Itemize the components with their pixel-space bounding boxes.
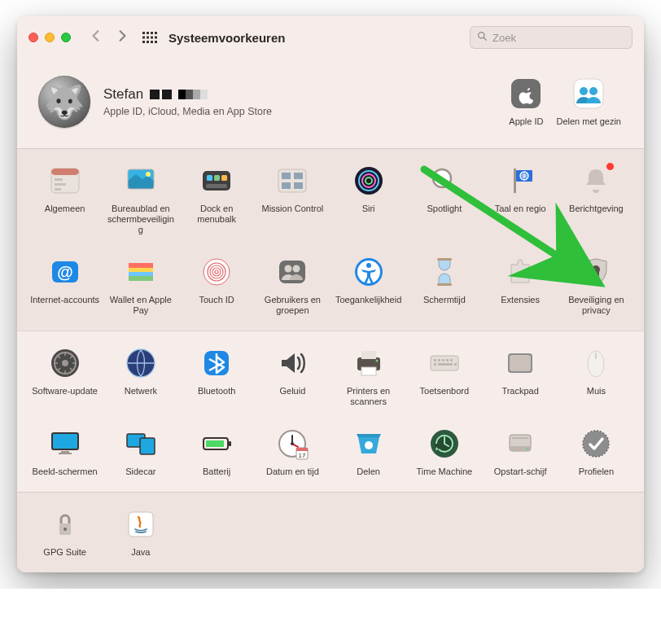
pref-trackpad[interactable]: Trackpad bbox=[483, 343, 558, 410]
back-button[interactable] bbox=[90, 30, 102, 45]
pref-profiles[interactable]: Profielen bbox=[558, 423, 634, 480]
svg-rect-4 bbox=[142, 37, 145, 39]
battery-icon bbox=[199, 427, 234, 461]
pref-label: Toegankelijkheid bbox=[335, 295, 401, 305]
pref-siri[interactable]: Siri bbox=[330, 160, 406, 239]
pref-startup[interactable]: Opstart-schijf bbox=[483, 423, 558, 480]
show-all-button[interactable] bbox=[142, 32, 157, 43]
pref-label: Muis bbox=[587, 386, 606, 396]
pref-gpg[interactable]: GPG Suite bbox=[27, 504, 103, 561]
spotlight-icon bbox=[427, 164, 462, 198]
svg-rect-81 bbox=[446, 359, 449, 361]
pref-bluetooth[interactable]: Bluetooth bbox=[179, 343, 255, 410]
pref-a11y[interactable]: Toegankelijkheid bbox=[330, 252, 406, 319]
pref-internet[interactable]: @Internet-accounts bbox=[27, 252, 103, 319]
svg-line-13 bbox=[484, 37, 486, 40]
pref-appleid[interactable]: Apple ID bbox=[507, 73, 545, 130]
svg-rect-80 bbox=[442, 359, 444, 361]
forward-button[interactable] bbox=[116, 30, 128, 45]
minimize-button[interactable] bbox=[45, 33, 55, 42]
svg-rect-10 bbox=[151, 41, 153, 43]
displays-icon bbox=[48, 427, 82, 461]
apple-id-header: 🐺 Stefan Apple ID, iCloud, Media en App … bbox=[17, 59, 644, 148]
svg-point-116 bbox=[63, 528, 67, 531]
pref-family[interactable]: Delen met gezin bbox=[555, 73, 624, 130]
pref-screentime[interactable]: Schermtijd bbox=[406, 252, 482, 319]
svg-rect-27 bbox=[207, 175, 212, 181]
keyboard-icon bbox=[427, 346, 462, 380]
svg-rect-30 bbox=[206, 184, 227, 188]
security-icon bbox=[579, 255, 613, 289]
pref-keyboard[interactable]: Toetsenbord bbox=[406, 343, 482, 410]
svg-rect-5 bbox=[147, 37, 149, 39]
pref-general[interactable]: Algemeen bbox=[27, 160, 103, 239]
svg-rect-104 bbox=[296, 448, 308, 451]
pref-timemachine[interactable]: Time Machine bbox=[406, 423, 482, 480]
pref-label: Siri bbox=[362, 204, 375, 214]
pref-update[interactable]: Software-update bbox=[27, 343, 103, 410]
pref-notifications[interactable]: Berichtgeving bbox=[558, 160, 634, 239]
pref-extensions[interactable]: Extensies bbox=[483, 252, 558, 319]
search-input[interactable] bbox=[492, 32, 625, 44]
appleid-icon bbox=[509, 77, 543, 111]
search-field[interactable] bbox=[470, 26, 633, 49]
svg-rect-64 bbox=[437, 283, 452, 286]
pref-mouse[interactable]: Muis bbox=[558, 343, 634, 410]
pref-network[interactable]: Netwerk bbox=[103, 343, 178, 410]
svg-rect-0 bbox=[142, 32, 145, 34]
pref-spotlight[interactable]: Spotlight bbox=[406, 160, 482, 239]
svg-rect-21 bbox=[55, 183, 66, 186]
pref-printers[interactable]: Printers en scanners bbox=[330, 343, 406, 410]
svg-rect-3 bbox=[155, 32, 157, 34]
svg-rect-82 bbox=[450, 359, 453, 361]
trackpad-icon bbox=[503, 346, 537, 380]
pref-dock[interactable]: Dock en menubalk bbox=[179, 160, 255, 239]
svg-point-12 bbox=[479, 33, 484, 38]
redacted-text bbox=[150, 90, 172, 99]
bluetooth-icon bbox=[199, 346, 234, 380]
timemachine-icon bbox=[427, 427, 462, 461]
pref-label: Wallet en Apple Pay bbox=[106, 295, 176, 316]
pref-label: Netwerk bbox=[125, 386, 157, 396]
user-avatar[interactable]: 🐺 bbox=[38, 76, 90, 128]
pref-datetime[interactable]: 17Datum en tijd bbox=[255, 423, 330, 480]
pref-mission[interactable]: Mission Control bbox=[255, 160, 330, 239]
pref-label: Profielen bbox=[579, 467, 614, 477]
pref-sidecar[interactable]: Sidecar bbox=[103, 423, 178, 480]
zoom-button[interactable] bbox=[61, 33, 71, 42]
pref-battery[interactable]: Batterij bbox=[179, 423, 255, 480]
desktop-icon bbox=[124, 164, 158, 198]
pref-java[interactable]: Java bbox=[103, 504, 178, 561]
pref-section: Software-updateNetwerkBluetoothGeluidPri… bbox=[17, 331, 644, 492]
internet-icon: @ bbox=[48, 255, 82, 289]
svg-rect-22 bbox=[55, 188, 61, 191]
pref-language[interactable]: Taal en regio bbox=[483, 160, 558, 239]
window-controls bbox=[28, 33, 71, 42]
pref-sound[interactable]: Geluid bbox=[255, 343, 330, 410]
pref-touchid[interactable]: Touch ID bbox=[179, 252, 255, 319]
pref-label: Schermtijd bbox=[423, 295, 466, 305]
redacted-text bbox=[178, 90, 208, 99]
pref-sharing[interactable]: Delen bbox=[330, 423, 406, 480]
gpg-icon bbox=[48, 507, 82, 541]
users-icon bbox=[275, 255, 309, 289]
user-subtitle: Apple ID, iCloud, Media en App Store bbox=[103, 106, 272, 117]
family-icon bbox=[571, 77, 606, 111]
java-icon bbox=[124, 507, 158, 541]
profiles-icon bbox=[579, 427, 613, 461]
pref-users[interactable]: Gebruikers en groepen bbox=[255, 252, 330, 319]
svg-point-102 bbox=[291, 442, 294, 445]
svg-point-106 bbox=[365, 441, 373, 449]
pref-displays[interactable]: Beeld-schermen bbox=[27, 423, 103, 480]
pref-wallet[interactable]: Wallet en Apple Pay bbox=[103, 252, 178, 319]
wallet-icon bbox=[124, 255, 158, 289]
svg-rect-1 bbox=[147, 32, 149, 34]
svg-rect-93 bbox=[59, 453, 72, 454]
close-button[interactable] bbox=[28, 33, 38, 42]
svg-point-16 bbox=[580, 87, 588, 95]
svg-point-59 bbox=[293, 265, 300, 273]
svg-rect-92 bbox=[61, 451, 69, 453]
pref-label: Time Machine bbox=[417, 467, 473, 477]
pref-security[interactable]: Beveiliging en privacy bbox=[558, 252, 634, 319]
pref-desktop[interactable]: Bureaublad en schermbeveiliging bbox=[103, 160, 178, 239]
